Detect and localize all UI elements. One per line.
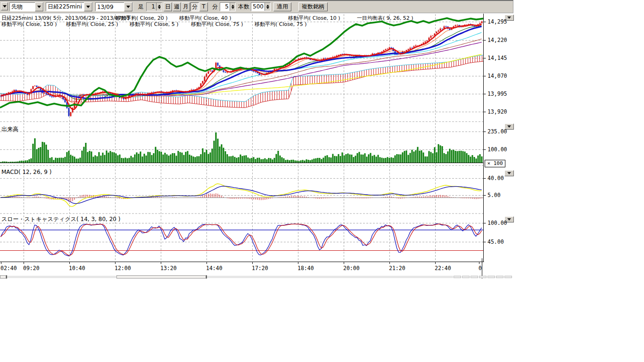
horizontal-scrollbar[interactable] (0, 275, 513, 279)
time-tick-label: 22:40 (435, 265, 451, 272)
chevron-down-icon (507, 172, 511, 174)
chevron-down-icon (507, 218, 511, 221)
time-tick-label: 17:20 (252, 265, 268, 272)
time-tick-label: 10:40 (69, 265, 85, 272)
time-tick-label: 13:20 (160, 265, 177, 272)
scrollbar-segment[interactable] (496, 276, 504, 278)
volume-panel-label: 出来高 (1, 125, 18, 133)
scrollbar-segment[interactable] (487, 276, 495, 278)
time-tick-label: 14:40 (206, 265, 223, 272)
macd-tick-label: 40.00 (487, 175, 504, 181)
stoch-panel-label: スロー・ストキャスティクス( 14, 3, 80, 20 ) (1, 215, 120, 223)
scrollbar-left-box[interactable] (0, 275, 6, 279)
time-tick-label: 0 (479, 265, 482, 272)
price-tick-label: 13,920 (487, 108, 507, 115)
legend-ma75: 移動平均( Close, 75 ) (191, 21, 243, 28)
price-tick-label: 14,220 (487, 37, 507, 43)
scrollbar-segment[interactable] (479, 276, 487, 278)
volume-tick-label: 100.00 (487, 146, 507, 153)
stoch-tick-label: 100.00 (487, 220, 507, 226)
chart-application-window: 先物 日経225mini 13/09 足 1 日 週 月 分 T 分 5 本数 … (0, 0, 514, 279)
scrollbar-thumb[interactable] (116, 275, 206, 279)
time-tick-label: 09:20 (23, 265, 40, 272)
time-tick-label: 18:40 (297, 265, 314, 272)
scrollbar-segment[interactable] (462, 276, 470, 278)
price-tick-label: 13,995 (487, 90, 507, 97)
volume-multiplier-badge: × 100 (485, 160, 505, 167)
scrollbar-segment[interactable] (471, 276, 478, 278)
time-tick-label: 12:00 (115, 265, 131, 272)
legend-ma25: 移動平均( Close, 25 ) (66, 21, 118, 28)
legend-ma150: 移動平均( Close, 150 ) (1, 21, 57, 28)
time-tick-label: 02:40 (0, 265, 17, 272)
macd-panel-label: MACD( 12, 26, 9 ) (1, 169, 51, 175)
scrollbar-segment[interactable] (454, 276, 461, 278)
time-tick-label: 21:20 (389, 265, 405, 272)
price-tick-label: 14,295 (487, 18, 507, 25)
price-tick-label: 14,070 (487, 73, 507, 79)
stoch-tick-label: 45.00 (487, 239, 504, 245)
time-tick-label: 20:00 (343, 265, 360, 272)
price-tick-label: 14,145 (487, 55, 507, 61)
legend-ma5: 移動平均( Close, 5 ) (130, 21, 179, 28)
chart-canvas[interactable] (0, 0, 514, 279)
legend-ichimoku: 一目均衡表( 9, 26, 52 ) (357, 15, 413, 22)
scrollbar-track[interactable] (207, 276, 453, 278)
volume-tick-label: 235.00 (487, 128, 507, 135)
macd-panel-menu-button[interactable] (504, 170, 514, 176)
legend-ma75b: 移動平均( Close, 75 ) (255, 21, 307, 28)
scrollbar-segment[interactable] (504, 276, 512, 278)
scrollbar-track[interactable] (7, 276, 116, 278)
macd-tick-label: 5.00 (487, 192, 501, 198)
chevron-down-icon (507, 16, 511, 19)
chevron-down-icon (507, 125, 511, 128)
